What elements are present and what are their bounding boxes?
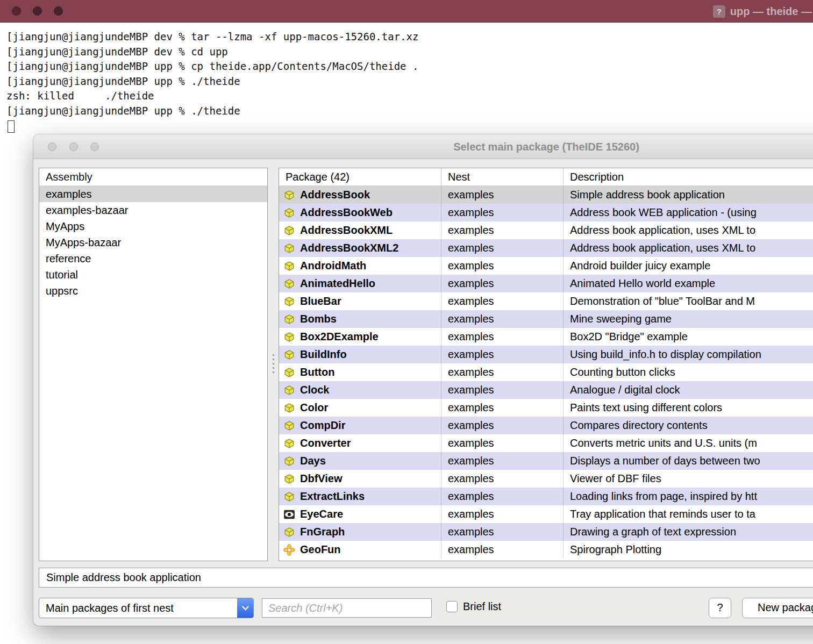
package-name: AddressBookXML2 <box>300 242 398 254</box>
package-name: Bombs <box>300 313 337 325</box>
dialog-close-button[interactable] <box>48 142 56 151</box>
table-row[interactable]: Button examples Counting button clicks <box>279 363 813 381</box>
package-name: Days <box>300 455 326 467</box>
package-description: Address book application, uses XML to <box>564 221 813 239</box>
terminal-minimize-button[interactable] <box>33 6 42 16</box>
package-icon <box>283 331 295 343</box>
package-filter-value: Main packages of first nest <box>39 598 237 618</box>
terminal-line: [jiangjun@jiangjundeMBP upp % cp theide.… <box>6 59 813 74</box>
package-description: Viewer of DBF files <box>564 470 813 488</box>
table-row[interactable]: AddressBookXML2 examples Address book ap… <box>279 239 813 257</box>
select-package-dialog: Select main package (TheIDE 15260) Assem… <box>33 134 813 626</box>
package-nest: examples <box>441 541 564 559</box>
terminal-window: ? upp — theide — [jiangjun@jiangjundeMBP… <box>0 0 813 133</box>
package-nest: examples <box>441 239 564 257</box>
assembly-item[interactable]: uppsrc <box>39 283 267 299</box>
terminal-line: [jiangjun@jiangjundeMBP dev % tar --lzma… <box>6 30 813 45</box>
table-row[interactable]: AddressBookWeb examples Address book WEB… <box>279 204 813 221</box>
terminal-maximize-button[interactable] <box>54 6 63 16</box>
eye-icon <box>283 509 295 520</box>
assembly-item[interactable]: tutorial <box>39 267 267 283</box>
package-description: Address book WEB application - (using <box>564 204 813 221</box>
package-name: Clock <box>300 384 329 396</box>
assembly-item[interactable]: MyApps-bazaar <box>39 234 267 251</box>
table-row[interactable]: AndroidMath examples Android builder jui… <box>279 257 813 275</box>
package-filter-dropdown[interactable]: Main packages of first nest <box>39 598 254 618</box>
package-nest: examples <box>441 399 564 417</box>
assembly-item[interactable]: examples <box>39 186 267 202</box>
brief-list-option: Brief list <box>446 600 501 613</box>
table-row[interactable]: FnGraph examples Drawing a graph of text… <box>279 523 813 541</box>
new-package-button[interactable]: New package <box>742 598 813 618</box>
package-nest: examples <box>441 505 564 523</box>
dialog-minimize-button[interactable] <box>69 142 78 151</box>
package-icon <box>283 420 295 432</box>
assembly-item[interactable]: MyApps <box>39 218 267 234</box>
column-header-nest[interactable]: Nest <box>441 168 564 185</box>
table-row[interactable]: Converter examples Converts metric units… <box>279 434 813 452</box>
terminal-close-button[interactable] <box>12 6 21 16</box>
package-description: Loading links from page, inspired by htt <box>564 488 813 505</box>
help-button[interactable]: ? <box>709 598 731 618</box>
package-name: FnGraph <box>300 526 345 538</box>
search-input[interactable] <box>262 598 432 618</box>
table-row[interactable]: Color examples Paints text using differe… <box>279 399 813 417</box>
panel-splitter[interactable] <box>269 168 278 561</box>
table-row[interactable]: DbfView examples Viewer of DBF files <box>279 470 813 488</box>
package-icon <box>283 242 295 254</box>
dialog-maximize-button[interactable] <box>90 142 99 151</box>
package-description: Drawing a graph of text expression <box>564 523 813 541</box>
table-row[interactable]: BuildInfo examples Using build_info.h to… <box>279 346 813 363</box>
package-icon <box>283 473 295 485</box>
terminal-title-area: ? upp — theide — <box>713 0 812 23</box>
table-row[interactable]: AnimatedHello examples Animated Hello wo… <box>279 275 813 292</box>
table-row[interactable]: GeoFun examples Spirograph Plotting <box>279 541 813 559</box>
table-row[interactable]: ExtractLinks examples Loading links from… <box>279 488 813 505</box>
package-name: DbfView <box>300 473 343 485</box>
package-name: AndroidMath <box>300 260 366 272</box>
package-nest: examples <box>441 186 564 204</box>
package-nest: examples <box>441 452 564 470</box>
package-icon <box>283 455 295 467</box>
package-icon <box>283 438 295 449</box>
package-nest: examples <box>441 328 564 346</box>
package-nest: examples <box>441 257 564 275</box>
table-row[interactable]: Days examples Displays a number of days … <box>279 452 813 470</box>
table-row[interactable]: BlueBar examples Demonstration of "blue"… <box>279 292 813 310</box>
table-row[interactable]: Clock examples Analogue / digital clock <box>279 381 813 399</box>
table-row[interactable]: AddressBookXML examples Address book app… <box>279 221 813 239</box>
dialog-titlebar[interactable]: Select main package (TheIDE 15260) <box>33 134 813 159</box>
dialog-footer: Main packages of first nest Brief list ?… <box>39 597 813 619</box>
table-row[interactable]: CompDir examples Compares directory cont… <box>279 417 813 434</box>
package-name: BlueBar <box>300 295 341 307</box>
package-name: AnimatedHello <box>300 277 375 290</box>
package-nest: examples <box>441 204 564 221</box>
terminal-title: upp — theide — <box>730 5 812 18</box>
column-header-package[interactable]: Package (42) <box>279 168 441 185</box>
package-nest: examples <box>441 470 564 488</box>
table-row[interactable]: EyeCare examples Tray application that r… <box>279 505 813 523</box>
column-header-description[interactable]: Description <box>564 168 813 185</box>
package-icon <box>283 491 295 503</box>
package-nest: examples <box>441 221 564 239</box>
assembly-item[interactable]: reference <box>39 251 267 267</box>
package-icon <box>283 526 295 538</box>
package-name: GeoFun <box>300 543 341 556</box>
brief-list-checkbox[interactable] <box>446 601 458 612</box>
package-description: Analogue / digital clock <box>564 381 813 399</box>
package-icon <box>283 384 295 396</box>
package-name: ExtractLinks <box>300 490 365 503</box>
package-table-header: Package (42) Nest Description <box>279 168 813 186</box>
package-name: CompDir <box>300 419 345 432</box>
package-nest: examples <box>441 310 564 328</box>
table-row[interactable]: Bombs examples Mine sweeping game <box>279 310 813 328</box>
assembly-item[interactable]: examples-bazaar <box>39 202 267 218</box>
terminal-output[interactable]: [jiangjun@jiangjundeMBP dev % tar --lzma… <box>0 23 813 133</box>
package-nest: examples <box>441 434 564 452</box>
package-nest: examples <box>441 488 564 505</box>
table-row[interactable]: Box2DExample examples Box2D "Bridge" exa… <box>279 328 813 346</box>
table-row[interactable]: AddressBook examples Simple address book… <box>279 186 813 204</box>
package-description: Paints text using different colors <box>564 399 813 417</box>
document-proxy-icon: ? <box>713 5 725 18</box>
package-name: Button <box>300 366 334 378</box>
